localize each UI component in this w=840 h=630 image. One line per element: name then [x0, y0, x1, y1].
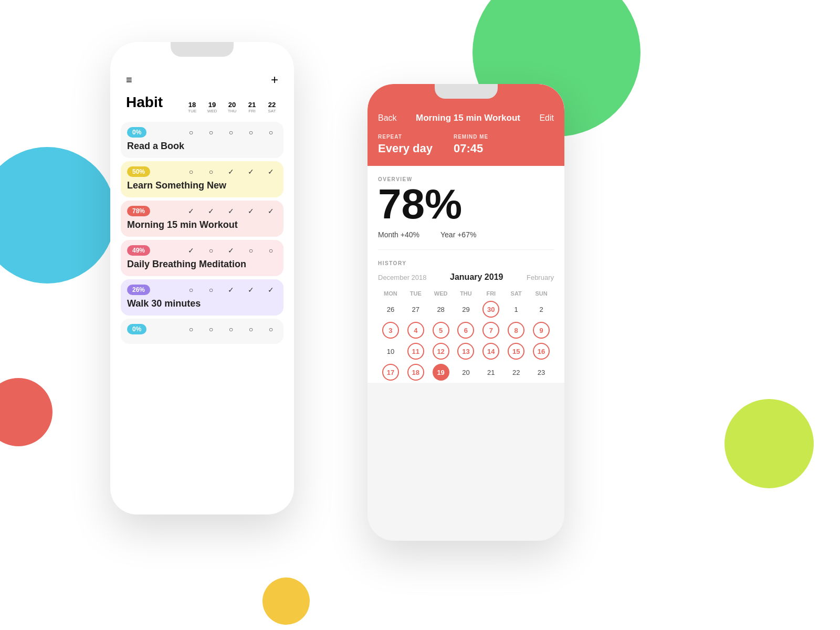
history-label: HISTORY — [378, 260, 554, 266]
cal-day-cell: 8 — [508, 322, 524, 339]
habit-name: Read a Book — [127, 141, 277, 152]
check-cell: ✓ — [225, 167, 237, 176]
habit-badge: 0% — [127, 324, 146, 334]
check-cell: ○ — [245, 128, 257, 136]
habit-badge: 50% — [127, 166, 150, 177]
habit-checks: ○○○○○ — [185, 325, 277, 333]
cal-day-cell: 7 — [482, 322, 499, 339]
table-row: 9 — [529, 320, 554, 341]
habit-row[interactable]: 49% ✓○✓○○ Daily Breathing Meditation — [121, 240, 284, 276]
habit-checks: ○○✓✓✓ — [185, 286, 277, 294]
table-row: 23 — [529, 362, 554, 383]
month-stat: Month +40% — [378, 230, 419, 239]
habits-list: 0% ○○○○○ Read a Book 50% ○○✓✓✓ Learn Som… — [121, 122, 284, 344]
habit-row[interactable]: 50% ○○✓✓✓ Learn Something New — [121, 161, 284, 197]
cal-day-cell: 22 — [508, 364, 524, 381]
prev-month-label[interactable]: December 2018 — [378, 274, 427, 281]
table-row: 21 — [478, 362, 503, 383]
cal-day-header: MON — [378, 288, 403, 299]
table-row: 6 — [454, 320, 479, 341]
check-cell: ○ — [225, 128, 237, 136]
detail-title: Morning 15 min Workout — [416, 113, 520, 123]
check-cell: ✓ — [225, 246, 237, 255]
cal-day-header: SAT — [503, 288, 529, 299]
habit-row[interactable]: 0% ○○○○○ — [121, 319, 284, 344]
check-cell: ✓ — [225, 286, 237, 294]
calendar-nav: December 2018 January 2019 February — [378, 272, 554, 282]
date-col: 19WED — [206, 101, 218, 113]
table-row: 8 — [503, 320, 529, 341]
check-cell: ○ — [205, 286, 217, 294]
table-row: 30 — [478, 299, 503, 320]
check-cell: ✓ — [185, 246, 197, 255]
repeat-label: REPEAT — [378, 134, 433, 140]
table-row: 14 — [478, 341, 503, 362]
habit-name: Learn Something New — [127, 180, 277, 191]
habit-badge: 49% — [127, 245, 150, 256]
phone-notch-right — [435, 84, 498, 99]
check-cell: ○ — [265, 128, 277, 136]
check-cell: ✓ — [245, 207, 257, 215]
edit-button[interactable]: Edit — [539, 113, 554, 123]
date-col: 18TUE — [186, 101, 198, 113]
check-cell: ○ — [205, 128, 217, 136]
habit-name: Morning 15 min Workout — [127, 219, 277, 230]
check-cell: ✓ — [265, 207, 277, 215]
cal-day-cell: 6 — [457, 322, 474, 339]
cal-day-cell: 13 — [457, 343, 474, 360]
add-habit-icon[interactable]: + — [271, 74, 278, 86]
repeat-meta: REPEAT Every day — [378, 134, 433, 155]
habit-checks: ○○○○○ — [185, 128, 277, 136]
habit-row-inner: 0% ○○○○○ — [121, 319, 284, 344]
check-cell: ○ — [185, 325, 197, 333]
check-cell: ○ — [245, 325, 257, 333]
habit-row[interactable]: 78% ✓✓✓✓✓ Morning 15 min Workout — [121, 201, 284, 237]
cal-day-header: TUE — [403, 288, 428, 299]
phone-right-screen: Back Morning 15 min Workout Edit REPEAT … — [368, 84, 564, 541]
habit-top-row: 50% ○○✓✓✓ — [127, 166, 277, 177]
remind-value: 07:45 — [454, 142, 483, 155]
cal-day-header: THU — [454, 288, 479, 299]
habit-row-inner: 78% ✓✓✓✓✓ Morning 15 min Workout — [121, 201, 284, 237]
table-row: 15 — [503, 341, 529, 362]
hamburger-icon[interactable]: ≡ — [126, 75, 132, 85]
next-month-label[interactable]: February — [527, 274, 554, 281]
habit-top-row: 26% ○○✓✓✓ — [127, 285, 277, 295]
check-cell: ○ — [185, 167, 197, 176]
phone-right: Back Morning 15 min Workout Edit REPEAT … — [368, 84, 564, 541]
cal-day-cell: 12 — [433, 343, 449, 360]
table-row: 17 — [378, 362, 403, 383]
table-row: 11 — [403, 341, 428, 362]
habits-header: Habit 18TUE19WED20THU21FRI22SAT — [121, 94, 284, 119]
cal-day-cell: 27 — [407, 301, 424, 318]
detail-meta: REPEAT Every day REMIND ME 07:45 — [378, 134, 554, 155]
table-row: 28 — [428, 299, 454, 320]
cal-day-cell: 16 — [533, 343, 550, 360]
habit-row[interactable]: 26% ○○✓✓✓ Walk 30 minutes — [121, 279, 284, 316]
cal-day-cell: 23 — [533, 364, 550, 381]
table-row: 29 — [454, 299, 479, 320]
cal-day-cell: 17 — [382, 364, 399, 381]
habit-checks: ✓✓✓✓✓ — [185, 207, 277, 215]
date-col: 20THU — [226, 101, 238, 113]
remind-label: REMIND ME — [454, 134, 488, 140]
check-cell: ○ — [185, 128, 197, 136]
check-cell: ✓ — [185, 207, 197, 215]
table-row: 4 — [403, 320, 428, 341]
habit-row-inner: 26% ○○✓✓✓ Walk 30 minutes — [121, 279, 284, 316]
overview-percent: 78% — [378, 183, 554, 225]
cal-day-cell: 28 — [433, 301, 449, 318]
table-row: 10 — [378, 341, 403, 362]
cal-day-cell: 1 — [508, 301, 524, 318]
table-row: 13 — [454, 341, 479, 362]
habit-row[interactable]: 0% ○○○○○ Read a Book — [121, 122, 284, 158]
check-cell: ○ — [265, 325, 277, 333]
cal-day-cell: 15 — [508, 343, 524, 360]
cal-day-cell: 21 — [482, 364, 499, 381]
check-cell: ✓ — [245, 286, 257, 294]
back-button[interactable]: Back — [378, 113, 397, 123]
table-row: 2 — [529, 299, 554, 320]
table-row: 12 — [428, 341, 454, 362]
habit-name: Daily Breathing Meditation — [127, 259, 277, 270]
repeat-value: Every day — [378, 142, 433, 155]
